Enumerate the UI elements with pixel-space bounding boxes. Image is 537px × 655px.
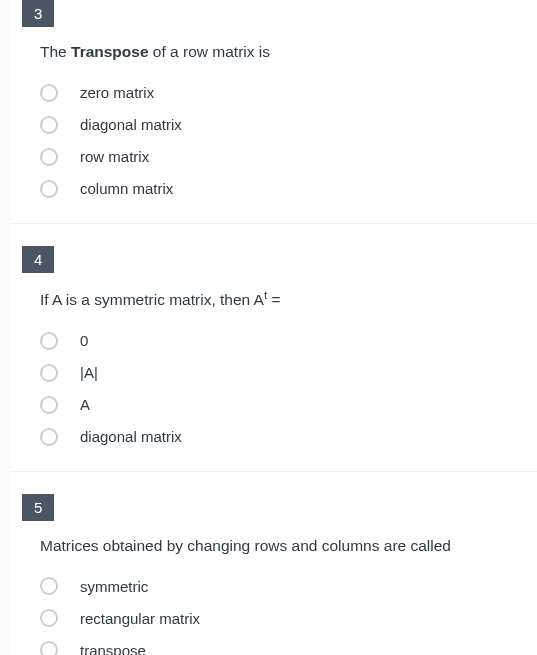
question-number-badge: 5	[22, 494, 54, 521]
option-row[interactable]: rectangular matrix	[40, 602, 537, 634]
radio-icon[interactable]	[40, 180, 58, 198]
option-row[interactable]: zero matrix	[40, 77, 537, 109]
option-row[interactable]: 0	[40, 325, 537, 357]
radio-icon[interactable]	[40, 332, 58, 350]
options-list: 0 |A| A diagonal matrix	[40, 325, 537, 453]
radio-icon[interactable]	[40, 641, 58, 655]
option-label: symmetric	[80, 578, 148, 595]
option-label: |A|	[80, 364, 98, 381]
question-block: 3 The Transpose of a row matrix is zero …	[10, 0, 537, 224]
radio-icon[interactable]	[40, 148, 58, 166]
question-number-badge: 4	[22, 246, 54, 273]
option-row[interactable]: transpose	[40, 634, 537, 655]
options-list: symmetric rectangular matrix transpose N…	[40, 570, 537, 655]
option-row[interactable]: |A|	[40, 357, 537, 389]
question-block: 4 If A is a symmetric matrix, then At = …	[10, 246, 537, 472]
option-row[interactable]: row matrix	[40, 141, 537, 173]
radio-icon[interactable]	[40, 364, 58, 382]
option-label: diagonal matrix	[80, 116, 182, 133]
radio-icon[interactable]	[40, 396, 58, 414]
question-prompt: The Transpose of a row matrix is	[40, 41, 537, 63]
options-list: zero matrix diagonal matrix row matrix c…	[40, 77, 537, 205]
option-label: transpose	[80, 642, 146, 655]
option-label: rectangular matrix	[80, 610, 200, 627]
question-block: 5 Matrices obtained by changing rows and…	[10, 494, 537, 655]
quiz-page: 3 The Transpose of a row matrix is zero …	[10, 0, 537, 655]
radio-icon[interactable]	[40, 609, 58, 627]
option-label: diagonal matrix	[80, 428, 182, 445]
option-row[interactable]: diagonal matrix	[40, 421, 537, 453]
option-label: A	[80, 396, 90, 413]
option-row[interactable]: column matrix	[40, 173, 537, 205]
option-row[interactable]: symmetric	[40, 570, 537, 602]
radio-icon[interactable]	[40, 116, 58, 134]
option-label: row matrix	[80, 148, 149, 165]
question-number-badge: 3	[22, 0, 54, 27]
option-row[interactable]: diagonal matrix	[40, 109, 537, 141]
radio-icon[interactable]	[40, 428, 58, 446]
option-label: 0	[80, 332, 88, 349]
question-prompt: If A is a symmetric matrix, then At =	[40, 287, 537, 311]
option-label: zero matrix	[80, 84, 154, 101]
question-prompt: Matrices obtained by changing rows and c…	[40, 535, 537, 557]
option-label: column matrix	[80, 180, 173, 197]
radio-icon[interactable]	[40, 577, 58, 595]
option-row[interactable]: A	[40, 389, 537, 421]
radio-icon[interactable]	[40, 84, 58, 102]
